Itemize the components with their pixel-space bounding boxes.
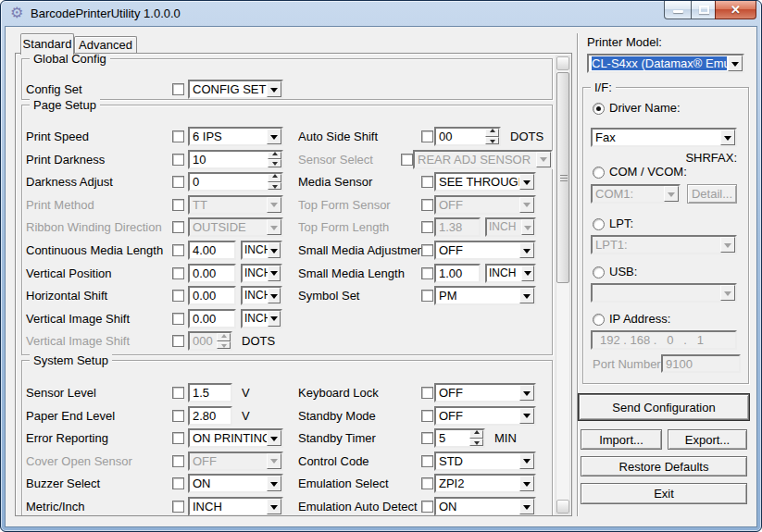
print-speed-checkbox[interactable] — [172, 130, 184, 142]
config-set-combobox[interactable]: CONFIG SET 1 — [188, 80, 283, 99]
dropdown-arrow-icon[interactable] — [728, 56, 743, 71]
dropdown-arrow-icon[interactable] — [519, 174, 534, 190]
dropdown-arrow-icon[interactable] — [267, 430, 281, 446]
symbol-set-checkbox[interactable] — [421, 290, 433, 302]
spinner-buttons[interactable] — [485, 129, 499, 144]
buzzer-select-combobox[interactable]: ON — [188, 474, 283, 493]
small-media-length-unit-combobox[interactable]: INCH — [485, 264, 536, 283]
tab-standard[interactable]: Standard — [20, 33, 74, 55]
spinner-buttons[interactable] — [268, 152, 281, 167]
standby-timer-spinner[interactable]: 5 — [434, 428, 485, 448]
emulation-select-combobox[interactable]: ZPI2 — [434, 474, 536, 493]
error-reporting-checkbox[interactable] — [172, 432, 184, 444]
dropdown-arrow-icon[interactable] — [519, 242, 534, 258]
scrollbar-thumb[interactable] — [556, 72, 569, 283]
scroll-up-button[interactable] — [556, 56, 569, 70]
config-set-checkbox[interactable] — [172, 83, 184, 95]
sensor-level-checkbox[interactable] — [172, 387, 184, 399]
darkness-adjust-spinner[interactable]: 0 — [188, 172, 283, 192]
control-code-combobox[interactable]: STD — [434, 452, 536, 471]
continuous-media-length-checkbox[interactable] — [172, 244, 184, 256]
metric-inch-combobox[interactable]: INCH — [188, 497, 283, 516]
scroll-down-button[interactable] — [556, 500, 569, 513]
media-sensor-combobox[interactable]: SEE THROUGH — [434, 172, 536, 192]
dropdown-arrow-icon[interactable] — [267, 129, 281, 144]
vertical-image-shift-input[interactable]: 0.00 — [188, 309, 236, 328]
keyboard-lock-checkbox[interactable] — [421, 387, 433, 399]
dropdown-arrow-icon[interactable] — [268, 242, 281, 258]
dropdown-arrow-icon[interactable] — [268, 266, 281, 281]
dropdown-arrow-icon[interactable] — [267, 81, 281, 97]
tab-advanced[interactable]: Advanced — [74, 36, 137, 54]
media-sensor-checkbox[interactable] — [421, 176, 433, 188]
vertical-image-shift-unit-combobox[interactable]: INCH — [241, 309, 282, 328]
radio-usb[interactable] — [593, 266, 605, 278]
driver-name-combobox[interactable]: Fax — [591, 128, 737, 147]
horizontal-shift-unit-combobox[interactable]: INCH — [241, 286, 282, 305]
vertical-position-checkbox[interactable] — [172, 267, 184, 279]
symbol-set-combobox[interactable]: PM — [434, 286, 536, 305]
error-reporting-combobox[interactable]: ON PRINTING — [188, 428, 283, 448]
dropdown-arrow-icon[interactable] — [519, 288, 534, 303]
dropdown-arrow-icon[interactable] — [519, 476, 534, 491]
spinner-buttons[interactable] — [268, 174, 281, 190]
dropdown-arrow-icon[interactable] — [267, 499, 281, 514]
standby-mode-combobox[interactable]: OFF — [434, 406, 536, 426]
minimize-button[interactable] — [664, 1, 692, 19]
field-value: 4.00 — [193, 243, 216, 257]
small-media-length-input[interactable]: 1.00 — [434, 264, 481, 283]
continuous-media-length-unit-combobox[interactable]: INCH — [241, 241, 282, 260]
standby-timer-checkbox[interactable] — [421, 432, 433, 444]
dropdown-arrow-icon[interactable] — [519, 408, 534, 424]
metric-inch-checkbox[interactable] — [172, 501, 184, 513]
paper-end-level-checkbox[interactable] — [172, 410, 184, 422]
send-configuration-button[interactable]: Send Configuration — [579, 394, 749, 420]
maximize-button[interactable] — [691, 1, 716, 19]
auto-side-shift-checkbox[interactable] — [421, 130, 433, 142]
sensor-level-input[interactable]: 1.5 — [188, 383, 232, 402]
auto-side-shift-spinner[interactable]: 00 — [434, 127, 501, 146]
emulation-select-checkbox[interactable] — [421, 477, 433, 489]
import-button[interactable]: Import... — [581, 429, 662, 450]
horizontal-shift-input[interactable]: 0.00 — [188, 286, 236, 305]
paper-end-level-input[interactable]: 2.80 — [188, 406, 232, 426]
small-media-adjustment-combobox[interactable]: OFF — [434, 241, 536, 260]
print-darkness-spinner[interactable]: 10 — [188, 150, 283, 169]
exit-button[interactable]: Exit — [581, 483, 747, 504]
dropdown-arrow-icon[interactable] — [519, 385, 534, 401]
titlebar[interactable]: ⚙ BarcodePrinterUtility 1.0.0.0 ✕ — [1, 1, 761, 26]
small-media-length-checkbox[interactable] — [421, 267, 433, 279]
emulation-auto-detect-checkbox[interactable] — [421, 501, 433, 513]
dropdown-arrow-icon[interactable] — [268, 311, 281, 327]
darkness-adjust-checkbox[interactable] — [172, 176, 184, 188]
dropdown-arrow-icon[interactable] — [519, 499, 534, 514]
radio-lpt[interactable] — [593, 218, 605, 230]
dropdown-arrow-icon[interactable] — [267, 476, 281, 491]
dropdown-arrow-icon[interactable] — [521, 266, 534, 281]
close-button[interactable]: ✕ — [715, 1, 756, 19]
horizontal-shift-checkbox[interactable] — [172, 290, 184, 302]
dropdown-arrow-icon[interactable] — [268, 288, 281, 303]
vertical-position-input[interactable]: 0.00 — [188, 264, 236, 283]
export-button[interactable]: Export... — [668, 429, 747, 450]
vertical-position-unit-combobox[interactable]: INCH — [241, 264, 282, 283]
control-code-checkbox[interactable] — [421, 455, 433, 467]
dropdown-arrow-icon[interactable] — [720, 130, 735, 145]
printer-model-combobox[interactable]: CL-S4xx (Datamax® Emulat — [587, 54, 744, 73]
restore-defaults-button[interactable]: Restore Defaults — [581, 456, 747, 476]
dropdown-arrow-icon[interactable] — [519, 453, 534, 469]
print-speed-combobox[interactable]: 6 IPS — [188, 127, 283, 146]
radio-com-vcom[interactable] — [593, 167, 605, 179]
buzzer-select-checkbox[interactable] — [172, 477, 184, 489]
vertical-scrollbar[interactable] — [556, 56, 570, 514]
vertical-image-shift-checkbox[interactable] — [172, 313, 184, 325]
radio-ip-address[interactable] — [593, 314, 605, 326]
print-darkness-checkbox[interactable] — [172, 154, 184, 166]
small-media-adjustment-checkbox[interactable] — [421, 244, 433, 256]
continuous-media-length-input[interactable]: 4.00 — [188, 241, 236, 260]
standby-mode-checkbox[interactable] — [421, 410, 433, 422]
radio-driver-name[interactable] — [593, 103, 605, 115]
emulation-auto-detect-combobox[interactable]: ON — [434, 497, 536, 516]
keyboard-lock-combobox[interactable]: OFF — [434, 383, 536, 402]
spinner-buttons[interactable] — [469, 430, 483, 446]
